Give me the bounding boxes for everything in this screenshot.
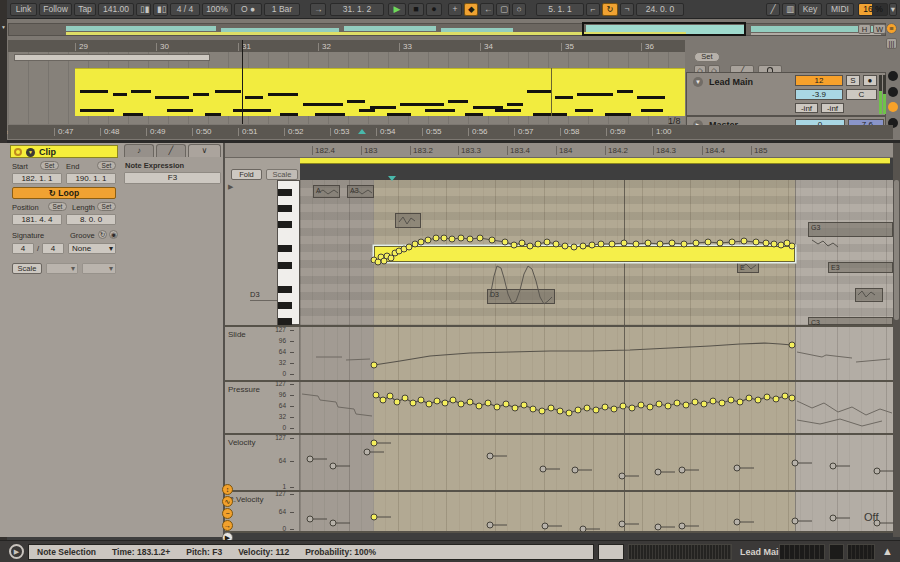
scale-mode-button[interactable]: Scale <box>12 263 42 274</box>
scale-highlight-button[interactable]: Scale <box>266 169 298 180</box>
nudge-up-icon[interactable]: ▮▯ <box>153 3 168 16</box>
capture-midi-icon[interactable]: ○ <box>512 3 526 16</box>
clip-header[interactable]: ▼ Clip <box>10 145 118 158</box>
fold-button[interactable]: Fold <box>231 169 262 180</box>
track-number-badge[interactable]: 12 <box>795 75 843 86</box>
clip-start-field[interactable]: 182. 1. 1 <box>12 173 62 184</box>
piano-black-key[interactable] <box>278 245 292 252</box>
tempo-field[interactable]: 141.00 <box>98 3 134 16</box>
groove-amount-field[interactable]: 100% <box>202 3 232 16</box>
link-button[interactable]: Link <box>10 3 37 16</box>
metronome-button[interactable]: O ● <box>234 3 262 16</box>
show-hide-panel-icon[interactable]: ▲ <box>882 545 893 557</box>
lane-options-icon[interactable]: ||| <box>886 38 897 49</box>
play-button[interactable]: ▶ <box>388 3 406 16</box>
selected-midi-note[interactable] <box>374 246 795 262</box>
track-volume-field[interactable]: -3.9 <box>795 89 843 100</box>
clip-position-field[interactable]: 181. 4. 4 <box>12 214 62 225</box>
solo-button[interactable]: S <box>846 75 860 86</box>
note-expression-target-select[interactable]: F3 <box>124 172 221 184</box>
re-enable-automation-icon[interactable]: ← <box>480 3 494 16</box>
lead-main-track-header[interactable]: ▼ Lead Main 12 S ● -3.9 C -inf -inf <box>686 72 886 116</box>
cpu-dropdown-icon[interactable]: ▾ <box>889 3 897 16</box>
automation-arm-icon[interactable]: ◆ <box>464 3 478 16</box>
midi-map-button[interactable]: MIDI <box>826 3 854 16</box>
clip-length-field[interactable]: 8. 0. 0 <box>66 214 116 225</box>
tap-tempo-button[interactable]: Tap <box>74 3 96 16</box>
time-signature-field[interactable]: 4 / 4 <box>170 3 200 16</box>
scale-root-select[interactable]: ▾ <box>46 263 78 274</box>
key-map-button[interactable]: Key <box>798 3 822 16</box>
punch-in-icon[interactable]: ⌐ <box>586 3 600 16</box>
set-length-button[interactable]: Set <box>97 202 116 211</box>
signature-denominator-field[interactable]: 4 <box>42 243 64 254</box>
fit-height-button[interactable]: H <box>858 24 871 34</box>
piano-black-key[interactable] <box>278 318 292 325</box>
lane-toggle-pressure[interactable]: ∿ <box>222 496 233 507</box>
editor-scrollbar[interactable] <box>893 143 900 537</box>
piano-black-key[interactable] <box>278 189 292 196</box>
draw-mode-icon[interactable]: ╱ <box>766 3 780 16</box>
loop-switch-icon[interactable]: ↻ <box>602 3 618 16</box>
set-end-button[interactable]: Set <box>97 161 116 170</box>
lane-divider[interactable] <box>225 325 893 327</box>
lane-toggle-velocity[interactable]: − <box>222 508 233 519</box>
stop-button[interactable]: ■ <box>408 3 424 16</box>
track-name[interactable]: Lead Main <box>709 77 753 87</box>
track-fold-icon[interactable]: ▼ <box>693 77 703 87</box>
piano-black-key[interactable] <box>278 221 292 228</box>
editor-beat-ruler[interactable]: 182.4183183.2183.3183.4184184.2184.3184.… <box>225 143 893 158</box>
nudge-down-icon[interactable]: ▯▮ <box>136 3 151 16</box>
overview-selection-box[interactable] <box>582 22 746 36</box>
overview-menu-icon[interactable]: ≡ <box>886 23 897 34</box>
scale-name-select[interactable]: ▾ <box>82 263 116 274</box>
groove-select[interactable]: None▾ <box>68 243 116 254</box>
collapse-arrangement-icon[interactable]: ▼ <box>1 24 6 30</box>
scrollbar-handle[interactable] <box>894 180 899 320</box>
capture-frame-icon[interactable]: ▢ <box>496 3 510 16</box>
piano-black-key[interactable] <box>278 302 292 309</box>
piano-black-key[interactable] <box>278 262 292 269</box>
fit-width-button[interactable]: W <box>873 24 886 34</box>
note-grid[interactable] <box>300 180 893 532</box>
back-to-arrangement-button[interactable] <box>888 102 898 112</box>
clip-fold-icon[interactable]: ▼ <box>26 148 35 157</box>
lead-main-clip[interactable] <box>75 68 685 116</box>
track-stop-button[interactable] <box>888 71 898 81</box>
record-button[interactable]: ● <box>426 3 442 16</box>
lane-toggle-slide[interactable]: ↕ <box>222 484 233 495</box>
set-locator-button[interactable]: Set <box>694 52 720 62</box>
tab-envelopes[interactable]: ╱ <box>156 144 186 157</box>
set-position-button[interactable]: Set <box>48 202 67 211</box>
lane-fold-icon[interactable]: ▶ <box>228 183 233 191</box>
time-ruler[interactable]: 0:470:480:490:500:510:520:530:540:550:56… <box>8 125 893 139</box>
set-start-button[interactable]: Set <box>40 161 59 170</box>
arrangement-overview[interactable] <box>8 23 886 36</box>
groove-commit-icon[interactable]: ↻ <box>98 230 107 239</box>
expression-off-label[interactable]: Off <box>864 511 878 523</box>
tab-notes[interactable]: ♪ <box>124 144 154 157</box>
clip-end-field[interactable]: 190. 1. 1 <box>66 173 116 184</box>
send-a-field[interactable]: -inf <box>795 103 818 113</box>
computer-midi-keyboard-icon[interactable]: ▥ <box>782 3 796 16</box>
piano-black-key[interactable] <box>278 205 292 212</box>
loop-start-field[interactable]: 5. 1. 1 <box>536 3 584 16</box>
loop-length-field[interactable]: 24. 0. 0 <box>636 3 684 16</box>
arm-button[interactable]: ● <box>863 75 877 86</box>
arrangement-position-field[interactable]: 31. 1. 2 <box>330 3 384 16</box>
loop-button[interactable]: ↻ Loop <box>12 187 116 199</box>
overdub-plus-icon[interactable]: + <box>448 3 462 16</box>
follow-button[interactable]: Follow <box>39 3 72 16</box>
lane-divider[interactable] <box>225 490 893 492</box>
lane-divider[interactable] <box>225 380 893 382</box>
groove-hotswap-icon[interactable]: ◉ <box>109 230 118 239</box>
tab-note-expression[interactable]: ∨ <box>188 144 221 157</box>
punch-out-icon[interactable]: ¬ <box>620 3 634 16</box>
lane-toggle-release[interactable]: → <box>222 520 233 531</box>
track-stop-button[interactable] <box>888 87 898 97</box>
signature-numerator-field[interactable]: 4 <box>12 243 34 254</box>
send-b-field[interactable]: -inf <box>821 103 844 113</box>
piano-keyboard[interactable] <box>277 180 300 325</box>
lane-divider[interactable] <box>225 433 893 435</box>
quantize-menu[interactable]: 1 Bar <box>264 3 300 16</box>
